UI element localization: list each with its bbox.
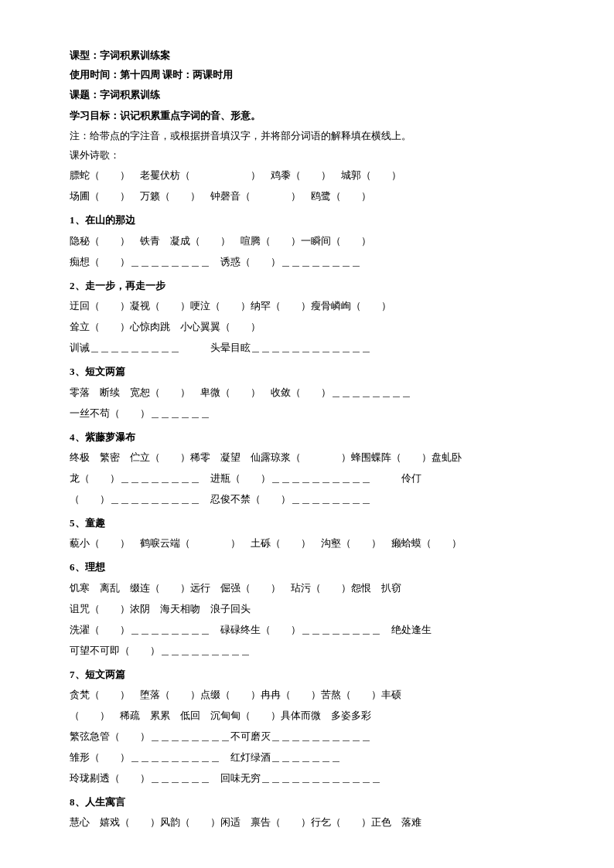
content-line-s2-1: 耸立（ ）心惊肉跳 小心翼翼（ ） bbox=[70, 317, 552, 337]
content-line-s2-2: 训诫＿＿＿＿＿＿＿＿＿ 头晕目眩＿＿＿＿＿＿＿＿＿＿＿＿ bbox=[70, 338, 552, 358]
doc-note: 注：给带点的字注音，或根据拼音填汉字，并将部分词语的解释填在横线上。 bbox=[70, 127, 552, 145]
content-line-s6-3: 可望不可即（ ）＿＿＿＿＿＿＿＿＿ bbox=[70, 641, 552, 661]
doc-title: 课型：字词积累训练案 bbox=[70, 46, 552, 64]
section-s0: 膘蛇（ ） 老矍伏枋（ ） 鸡黍（ ） 城郭（ ）场圃（ ） 万籁（ ） 钟磬音… bbox=[70, 165, 552, 206]
content-line-s4-2: （ ）＿＿＿＿＿＿＿＿＿ 忍俊不禁（ ）＿＿＿＿＿＿＿＿ bbox=[70, 489, 552, 509]
content-line-s6-0: 饥寒 离乱 缀连（ ）远行 倔强（ ） 玷污（ ）怨恨 扒窃 bbox=[70, 578, 552, 598]
content-line-s0-0: 膘蛇（ ） 老矍伏枋（ ） 鸡黍（ ） 城郭（ ） bbox=[70, 165, 552, 186]
content-line-s5-0: 藐小（ ） 鹤唳云端（ ） 土砾（ ） 沟壑（ ） 癞蛤蟆（ ） bbox=[70, 533, 552, 553]
content-line-s7-1: （ ） 稀疏 累累 低回 沉甸甸（ ）具体而微 多姿多彩 bbox=[70, 706, 552, 726]
content-line-s1-0: 隐秘（ ） 铁青 凝成（ ） 喧腾（ ）一瞬间（ ） bbox=[70, 231, 552, 251]
document-container: 课型：字词积累训练案 使用时间：第十四周 课时：两课时用 课题：字词积累训练 学… bbox=[70, 46, 552, 832]
section-title-s6: 6、理想 bbox=[70, 558, 552, 576]
doc-subject: 课题：字词积累训练 bbox=[70, 86, 552, 104]
section-s2: 2、走一步，再走一步迂回（ ）凝视（ ）哽泣（ ）纳罕（ ）瘦骨嶙峋（ ）耸立（… bbox=[70, 277, 552, 358]
section-s8: 8、人生寓言慧心 嬉戏（ ）风韵（ ）闲适 禀告（ ）行乞（ ）正色 落难 bbox=[70, 793, 552, 832]
content-line-s6-1: 诅咒（ ）浓阴 海天相吻 浪子回头 bbox=[70, 599, 552, 619]
content-line-s7-4: 玲珑剔透（ ）＿＿＿＿＿＿ 回味无穷＿＿＿＿＿＿＿＿＿＿＿＿ bbox=[70, 768, 552, 788]
section-s6: 6、理想饥寒 离乱 缀连（ ）远行 倔强（ ） 玷污（ ）怨恨 扒窃诅咒（ ）浓… bbox=[70, 558, 552, 660]
content-line-s7-0: 贪梵（ ） 堕落（ ）点缀（ ）冉冉（ ）苦熬（ ）丰硕 bbox=[70, 685, 552, 705]
content-line-s4-0: 终极 繁密 伫立（ ）稀零 凝望 仙露琼浆（ ）蜂围蝶阵（ ）盘虬卧 bbox=[70, 448, 552, 468]
doc-extra-label: 课外诗歌： bbox=[70, 146, 552, 164]
section-s3: 3、短文两篇零落 断续 宽恕（ ） 卑微（ ） 收敛（ ）＿＿＿＿＿＿＿＿一丝不… bbox=[70, 363, 552, 423]
section-title-s7: 7、短文两篇 bbox=[70, 665, 552, 683]
content-line-s7-3: 雏形（ ）＿＿＿＿＿＿＿＿＿ 红灯绿酒＿＿＿＿＿＿＿ bbox=[70, 747, 552, 768]
section-title-s2: 2、走一步，再走一步 bbox=[70, 277, 552, 294]
section-s4: 4、紫藤萝瀑布终极 繁密 伫立（ ）稀零 凝望 仙露琼浆（ ）蜂围蝶阵（ ）盘虬… bbox=[70, 428, 552, 509]
section-s7: 7、短文两篇贪梵（ ） 堕落（ ）点缀（ ）冉冉（ ）苦熬（ ）丰硕（ ） 稀疏… bbox=[70, 665, 552, 788]
section-title-s1: 1、在山的那边 bbox=[70, 211, 552, 229]
section-title-s4: 4、紫藤萝瀑布 bbox=[70, 428, 552, 446]
section-title-s3: 3、短文两篇 bbox=[70, 363, 552, 380]
doc-meta: 使用时间：第十四周 课时：两课时用 bbox=[70, 66, 552, 83]
section-title-s8: 8、人生寓言 bbox=[70, 793, 552, 811]
content-line-s4-1: 龙（ ）＿＿＿＿＿＿＿＿ 进瓶（ ）＿＿＿＿＿＿＿＿＿＿ 伶仃 bbox=[70, 468, 552, 488]
content-line-s3-0: 零落 断续 宽恕（ ） 卑微（ ） 收敛（ ）＿＿＿＿＿＿＿＿ bbox=[70, 383, 552, 403]
content-line-s2-0: 迂回（ ）凝视（ ）哽泣（ ）纳罕（ ）瘦骨嶙峋（ ） bbox=[70, 296, 552, 316]
content-line-s6-2: 洗濯（ ）＿＿＿＿＿＿＿＿ 碌碌终生（ ）＿＿＿＿＿＿＿＿ 绝处逢生 bbox=[70, 620, 552, 640]
doc-goal: 学习目标：识记积累重点字词的音、形意。 bbox=[70, 107, 552, 124]
section-s5: 5、童趣藐小（ ） 鹤唳云端（ ） 土砾（ ） 沟壑（ ） 癞蛤蟆（ ） bbox=[70, 514, 552, 553]
sections-container: 膘蛇（ ） 老矍伏枋（ ） 鸡黍（ ） 城郭（ ）场圃（ ） 万籁（ ） 钟磬音… bbox=[70, 165, 552, 832]
section-s1: 1、在山的那边隐秘（ ） 铁青 凝成（ ） 喧腾（ ）一瞬间（ ）痴想（ ）＿＿… bbox=[70, 211, 552, 271]
content-line-s7-2: 繁弦急管（ ）＿＿＿＿＿＿＿＿不可磨灭＿＿＿＿＿＿＿＿＿＿ bbox=[70, 727, 552, 747]
section-title-s5: 5、童趣 bbox=[70, 514, 552, 532]
content-line-s1-1: 痴想（ ）＿＿＿＿＿＿＿＿ 诱惑（ ）＿＿＿＿＿＿＿＿ bbox=[70, 252, 552, 272]
content-line-s3-1: 一丝不苟（ ）＿＿＿＿＿＿ bbox=[70, 403, 552, 424]
content-line-s8-0: 慧心 嬉戏（ ）风韵（ ）闲适 禀告（ ）行乞（ ）正色 落难 bbox=[70, 812, 552, 832]
content-line-s0-1: 场圃（ ） 万籁（ ） 钟磬音（ ） 鸥鹭（ ） bbox=[70, 186, 552, 206]
